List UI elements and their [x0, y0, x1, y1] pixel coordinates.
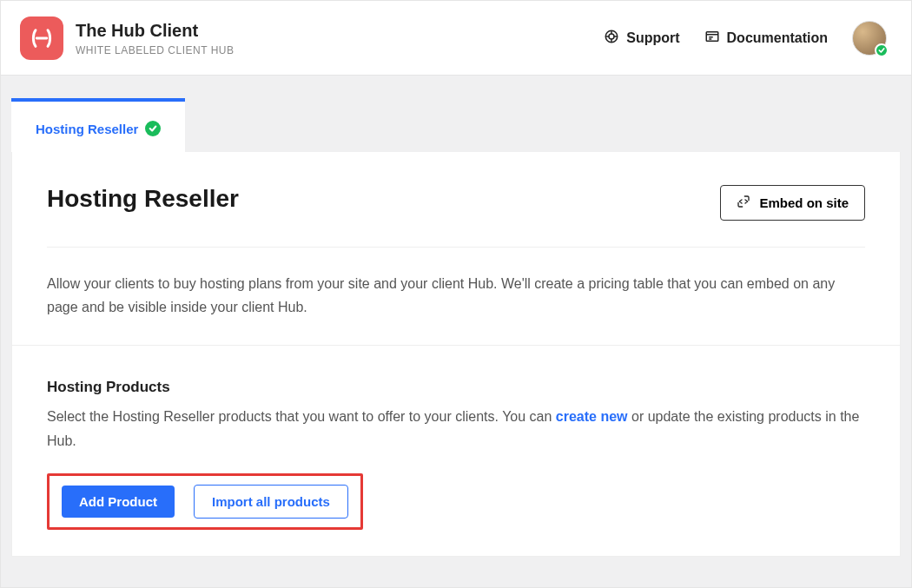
import-all-products-button[interactable]: Import all products — [194, 485, 348, 519]
documentation-label: Documentation — [727, 30, 828, 46]
check-icon — [145, 121, 161, 136]
section-title: Hosting Products — [47, 379, 865, 396]
page-title: Hosting Reseller — [47, 185, 239, 213]
svg-point-1 — [609, 34, 614, 39]
tab-hosting-reseller[interactable]: Hosting Reseller — [11, 98, 185, 152]
section-description: Select the Hosting Reseller products tha… — [47, 405, 865, 452]
page-description: Allow your clients to buy hosting plans … — [47, 272, 865, 319]
app-title: The Hub Client — [76, 20, 234, 41]
top-bar: The Hub Client WHITE LABELED CLIENT HUB … — [1, 1, 911, 76]
app-logo — [20, 17, 63, 60]
documentation-icon — [704, 29, 720, 48]
support-label: Support — [626, 30, 679, 46]
tabs-row: Hosting Reseller — [1, 98, 911, 152]
status-badge-icon — [875, 43, 889, 57]
add-product-button[interactable]: Add Product — [62, 486, 175, 518]
documentation-link[interactable]: Documentation — [704, 29, 828, 48]
create-new-link[interactable]: create new — [556, 409, 628, 424]
content-card: Hosting Reseller Embed on site Allow you… — [11, 152, 901, 557]
tab-label: Hosting Reseller — [36, 122, 138, 136]
support-icon — [604, 29, 619, 48]
embed-on-site-button[interactable]: Embed on site — [720, 185, 865, 221]
app-subtitle: WHITE LABELED CLIENT HUB — [76, 44, 234, 56]
embed-button-label: Embed on site — [759, 195, 849, 210]
app-title-block: The Hub Client WHITE LABELED CLIENT HUB — [76, 20, 234, 56]
support-link[interactable]: Support — [604, 29, 679, 48]
action-buttons-highlight: Add Product Import all products — [47, 473, 363, 530]
user-avatar[interactable] — [852, 21, 887, 56]
hosting-products-section: Hosting Products Select the Hosting Rese… — [12, 345, 900, 555]
embed-icon — [737, 195, 750, 211]
